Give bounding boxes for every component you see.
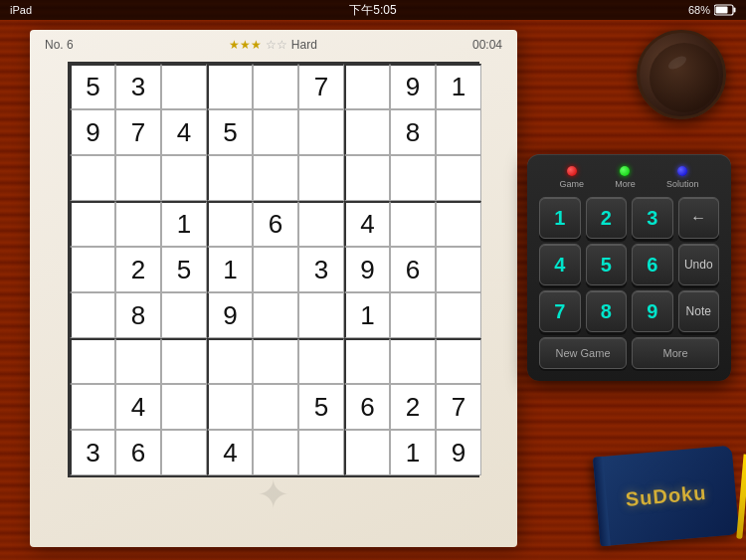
cell[interactable] (115, 155, 161, 201)
cell[interactable] (207, 384, 253, 430)
cell[interactable] (390, 201, 436, 247)
cell[interactable]: 4 (344, 201, 390, 247)
cell[interactable] (436, 247, 481, 292)
cell[interactable] (298, 430, 344, 475)
cell[interactable] (70, 247, 115, 292)
numpad-key-Note[interactable]: Note (678, 290, 720, 332)
cell[interactable]: 6 (253, 201, 298, 247)
cell[interactable] (115, 201, 161, 247)
numpad-key-back[interactable]: ← (678, 197, 720, 239)
cell[interactable]: 5 (161, 247, 207, 292)
cell[interactable] (390, 155, 436, 201)
cell[interactable]: 5 (298, 384, 344, 430)
cell[interactable]: 7 (115, 109, 161, 155)
cell[interactable] (253, 109, 298, 155)
cell[interactable] (253, 155, 298, 201)
cell[interactable] (70, 338, 115, 384)
cell[interactable] (253, 338, 298, 384)
cell[interactable] (253, 430, 298, 475)
cell[interactable] (436, 201, 481, 247)
cell[interactable] (207, 64, 253, 109)
cell[interactable]: 5 (70, 64, 115, 109)
bottom-key-more[interactable]: More (632, 337, 719, 369)
cell[interactable] (70, 155, 115, 201)
cell[interactable]: 7 (298, 64, 344, 109)
cell[interactable]: 4 (161, 109, 207, 155)
cell[interactable] (253, 247, 298, 292)
cell[interactable] (161, 64, 207, 109)
cell[interactable] (298, 338, 344, 384)
cell[interactable] (344, 155, 390, 201)
cell[interactable] (436, 109, 481, 155)
cell[interactable]: 4 (207, 430, 253, 475)
cell[interactable] (207, 338, 253, 384)
sudoku-grid[interactable]: 53791974581642513968914562736419 (68, 62, 479, 477)
book-cover: SuDoku (593, 446, 739, 547)
indicator-more: More (615, 166, 636, 189)
numpad-key-1[interactable]: 1 (539, 197, 581, 239)
cell[interactable]: 1 (390, 430, 436, 475)
numpad-key-6[interactable]: 6 (632, 244, 673, 285)
cell[interactable]: 9 (436, 430, 481, 475)
numpad-key-9[interactable]: 9 (632, 290, 673, 332)
cell[interactable] (298, 201, 344, 247)
cell[interactable] (161, 338, 207, 384)
numpad-bottom: New GameMore (539, 337, 719, 369)
cell[interactable] (298, 109, 344, 155)
cell[interactable] (161, 292, 207, 338)
cell[interactable]: 9 (390, 64, 436, 109)
cell[interactable]: 6 (115, 430, 161, 475)
cell[interactable] (298, 155, 344, 201)
cell[interactable] (298, 292, 344, 338)
cell[interactable] (253, 384, 298, 430)
cell[interactable] (70, 384, 115, 430)
cell[interactable] (344, 64, 390, 109)
cell[interactable] (344, 109, 390, 155)
cell[interactable] (207, 201, 253, 247)
puzzle-paper: No. 6 ★★★☆☆ Hard 00:04 53791974581642513… (30, 30, 517, 547)
cell[interactable]: 1 (344, 292, 390, 338)
numpad-key-Undo[interactable]: Undo (678, 244, 720, 285)
cell[interactable]: 9 (207, 292, 253, 338)
cell[interactable] (253, 292, 298, 338)
cell[interactable]: 7 (436, 384, 481, 430)
cell[interactable] (161, 155, 207, 201)
numpad-key-4[interactable]: 4 (539, 244, 581, 285)
cell[interactable]: 5 (207, 109, 253, 155)
cell[interactable] (161, 384, 207, 430)
numpad-key-5[interactable]: 5 (586, 244, 628, 285)
cell[interactable]: 2 (390, 384, 436, 430)
cell[interactable] (436, 338, 481, 384)
cell[interactable]: 6 (390, 247, 436, 292)
cell[interactable]: 3 (115, 64, 161, 109)
cell[interactable]: 8 (390, 109, 436, 155)
cell[interactable] (115, 338, 161, 384)
cell[interactable] (390, 292, 436, 338)
cell[interactable] (344, 430, 390, 475)
cell[interactable]: 2 (115, 247, 161, 292)
cell[interactable] (436, 155, 481, 201)
cell[interactable] (70, 292, 115, 338)
cell[interactable] (161, 430, 207, 475)
cell[interactable]: 1 (161, 201, 207, 247)
cell[interactable]: 4 (115, 384, 161, 430)
cell[interactable]: 1 (436, 64, 481, 109)
numpad-key-8[interactable]: 8 (586, 290, 628, 332)
cell[interactable] (436, 292, 481, 338)
cell[interactable] (344, 338, 390, 384)
cell[interactable]: 9 (70, 109, 115, 155)
cell[interactable]: 3 (70, 430, 115, 475)
cell[interactable]: 9 (344, 247, 390, 292)
cell[interactable] (253, 64, 298, 109)
cell[interactable]: 8 (115, 292, 161, 338)
numpad-key-3[interactable]: 3 (632, 197, 673, 239)
numpad-key-2[interactable]: 2 (586, 197, 628, 239)
cell[interactable]: 1 (207, 247, 253, 292)
cell[interactable] (390, 338, 436, 384)
cell[interactable]: 3 (298, 247, 344, 292)
cell[interactable]: 6 (344, 384, 390, 430)
cell[interactable] (207, 155, 253, 201)
bottom-key-new-game[interactable]: New Game (539, 337, 627, 369)
numpad-key-7[interactable]: 7 (539, 290, 581, 332)
cell[interactable] (70, 201, 115, 247)
